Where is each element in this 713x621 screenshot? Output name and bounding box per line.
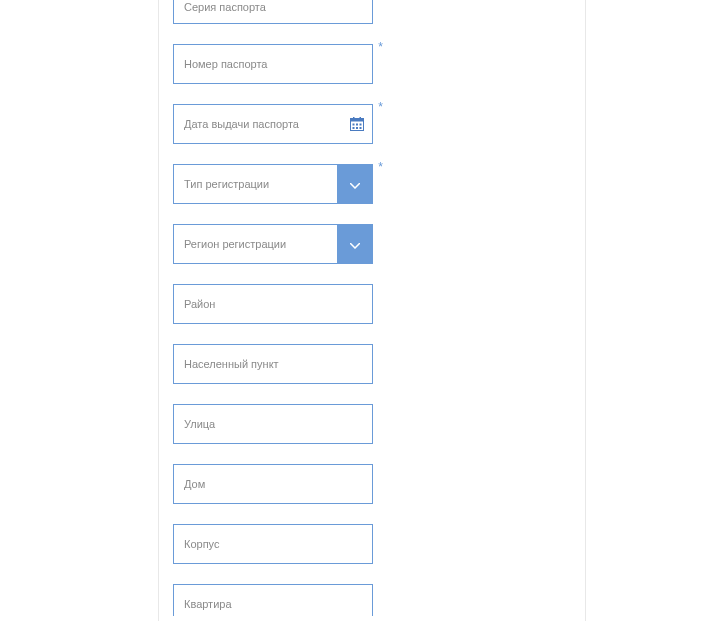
house-input[interactable]: Дом — [173, 464, 373, 504]
reg-type-label: Тип регистрации — [184, 178, 269, 190]
passport-date-label: Дата выдачи паспорта — [184, 118, 299, 130]
house-label: Дом — [184, 478, 205, 490]
reg-region-text: Регион регистрации — [173, 224, 337, 264]
chevron-down-icon — [350, 175, 360, 193]
street-input[interactable]: Улица — [173, 404, 373, 444]
reg-type-row: Тип регистрации * — [173, 164, 373, 204]
passport-date-input[interactable]: Дата выдачи паспорта — [173, 104, 373, 144]
svg-rect-9 — [360, 127, 362, 129]
reg-region-select[interactable]: Регион регистрации — [173, 224, 373, 264]
locality-row: Населенный пункт — [173, 344, 373, 384]
chevron-down-icon — [350, 235, 360, 253]
svg-rect-1 — [351, 119, 364, 122]
passport-series-label: Серия паспорта — [184, 1, 266, 13]
svg-rect-5 — [356, 124, 358, 126]
reg-type-text: Тип регистрации — [173, 164, 337, 204]
district-input[interactable]: Район — [173, 284, 373, 324]
passport-number-row: Номер паспорта * — [173, 44, 373, 84]
locality-input[interactable]: Населенный пункт — [173, 344, 373, 384]
calendar-icon[interactable] — [350, 117, 364, 131]
required-mark: * — [378, 100, 383, 114]
district-label: Район — [184, 298, 215, 310]
passport-number-input[interactable]: Номер паспорта — [173, 44, 373, 84]
svg-rect-3 — [360, 117, 362, 120]
required-mark: * — [378, 40, 383, 54]
svg-rect-4 — [353, 124, 355, 126]
building-row: Корпус — [173, 524, 373, 564]
reg-region-label: Регион регистрации — [184, 238, 286, 250]
svg-rect-7 — [353, 127, 355, 129]
apartment-input[interactable]: Квартира — [173, 584, 373, 616]
svg-rect-6 — [360, 124, 362, 126]
building-label: Корпус — [184, 538, 219, 550]
passport-series-input[interactable]: Серия паспорта — [173, 0, 373, 24]
apartment-label: Квартира — [184, 598, 232, 610]
svg-rect-2 — [353, 117, 355, 120]
form-container: Серия паспорта Номер паспорта * Дата выд… — [158, 0, 586, 621]
district-row: Район — [173, 284, 373, 324]
building-input[interactable]: Корпус — [173, 524, 373, 564]
house-row: Дом — [173, 464, 373, 504]
passport-number-label: Номер паспорта — [184, 58, 267, 70]
svg-rect-8 — [356, 127, 358, 129]
street-row: Улица — [173, 404, 373, 444]
street-label: Улица — [184, 418, 215, 430]
reg-type-dropdown-button[interactable] — [337, 164, 373, 204]
reg-region-row: Регион регистрации — [173, 224, 373, 264]
passport-date-row: Дата выдачи паспорта * — [173, 104, 373, 144]
reg-region-dropdown-button[interactable] — [337, 224, 373, 264]
required-mark: * — [378, 160, 383, 174]
reg-type-select[interactable]: Тип регистрации — [173, 164, 373, 204]
locality-label: Населенный пункт — [184, 358, 279, 370]
